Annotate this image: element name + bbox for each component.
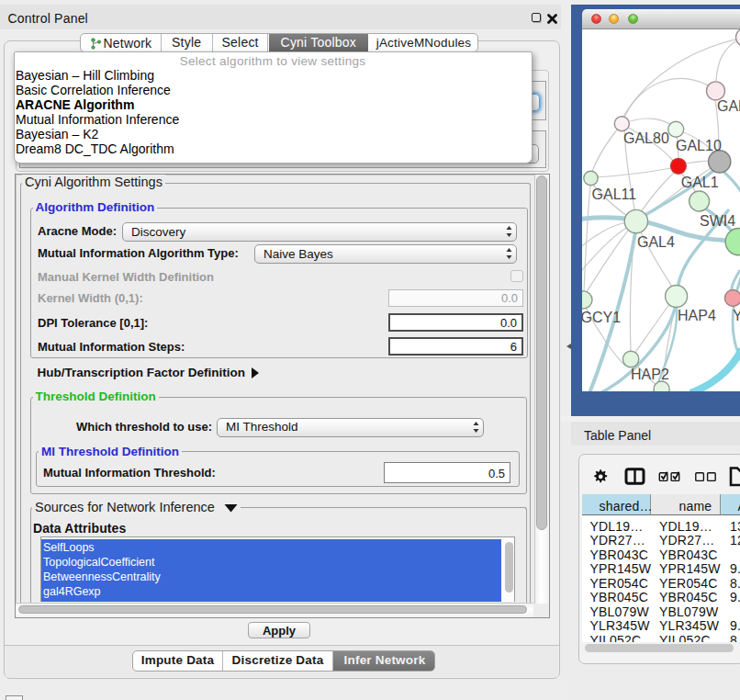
svg-text:HAP4: HAP4 (678, 307, 716, 322)
svg-text:SWI4: SWI4 (700, 213, 735, 229)
svg-text:GAL11: GAL11 (592, 186, 637, 201)
svg-text:GAL2: GAL2 (717, 98, 740, 114)
svg-text:Y: Y (733, 307, 740, 322)
svg-text:GAL80: GAL80 (623, 130, 669, 146)
svg-text:GAL10: GAL10 (676, 138, 722, 153)
svg-text:GCY1: GCY1 (582, 309, 621, 324)
svg-text:HAP2: HAP2 (631, 366, 669, 381)
svg-text:GAL1: GAL1 (681, 175, 719, 190)
svg-text:GAL4: GAL4 (637, 233, 675, 249)
